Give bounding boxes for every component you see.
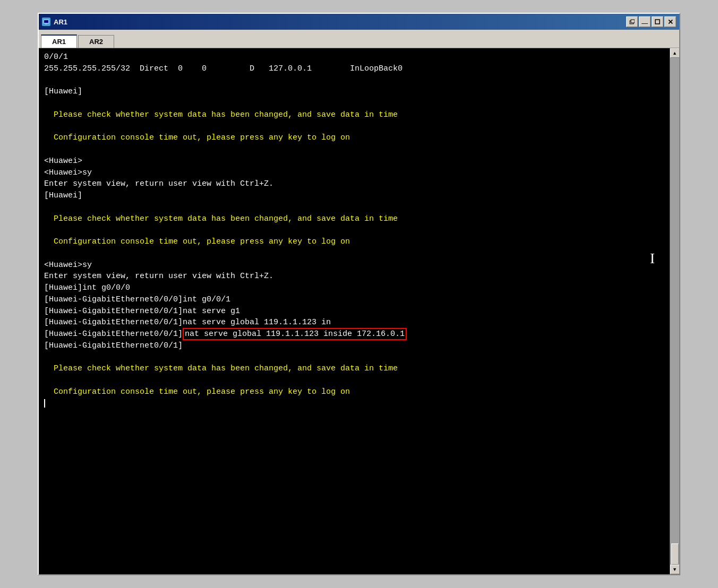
scroll-track[interactable] (670, 58, 679, 565)
terminal-line: [Huawei-GigabitEthernet0/0/1] (44, 340, 664, 352)
scroll-up-button[interactable]: ▲ (670, 48, 680, 58)
terminal-line: Enter system view, return user view with… (44, 271, 664, 282)
terminal-line (44, 375, 664, 386)
svg-rect-5 (631, 20, 635, 23)
text-cursor-indicator: I (650, 250, 655, 267)
terminal-line: Configuration console time out, please p… (44, 132, 664, 144)
terminal-line: [Huawei-GigabitEthernet0/0/1]nat serve g… (44, 306, 664, 317)
terminal-line: [Huawei] (44, 190, 664, 202)
highlight-box: nat serve global 119.1.1.123 inside 172.… (183, 328, 407, 340)
title-bar: AR1 — ✕ (39, 14, 679, 30)
vertical-scrollbar: ▲ ▼ (670, 48, 679, 574)
terminal-line: Configuration console time out, please p… (44, 386, 664, 398)
terminal-line: Please check whether system data has bee… (44, 109, 664, 121)
terminal-line (44, 75, 664, 87)
terminal-line (44, 202, 664, 213)
terminal[interactable]: 0/0/1 255.255.255.255/32 Direct 0 0 D 12… (39, 48, 670, 574)
window-title: AR1 (54, 18, 67, 26)
terminal-line: [Huawei] (44, 86, 664, 98)
terminal-line (44, 248, 664, 260)
restore-button[interactable] (626, 16, 638, 27)
scroll-down-button[interactable]: ▼ (670, 565, 680, 574)
terminal-line: [Huawei-GigabitEthernet0/0/1]nat serve g… (44, 317, 664, 328)
terminal-line: <Huawei> (44, 155, 664, 167)
terminal-line: Enter system view, return user view with… (44, 178, 664, 190)
terminal-line: Configuration console time out, please p… (44, 236, 664, 248)
terminal-line (44, 352, 664, 364)
main-window: AR1 — ✕ AR1 AR2 0 (38, 13, 680, 575)
terminal-line: 255.255.255.255/32 Direct 0 0 D 127.0.0.… (44, 63, 664, 75)
terminal-line (44, 144, 664, 155)
tab-bar: AR1 AR2 (39, 30, 679, 48)
tab-ar2[interactable]: AR2 (78, 35, 114, 48)
terminal-line: [Huawei]int g0/0/0 (44, 282, 664, 294)
svg-rect-1 (44, 20, 48, 23)
svg-rect-6 (655, 20, 660, 24)
terminal-line-highlighted: [Huawei-GigabitEthernet0/0/1]nat serve g… (44, 328, 664, 340)
close-button[interactable]: ✕ (664, 16, 676, 27)
maximize-button[interactable] (652, 16, 663, 27)
terminal-line: <Huawei>sy (44, 167, 664, 179)
terminal-line (44, 98, 664, 109)
terminal-line: [Huawei-GigabitEthernet0/0/0]int g0/0/1 (44, 294, 664, 306)
terminal-cursor-line (44, 398, 664, 410)
terminal-line (44, 121, 664, 133)
minimize-button[interactable]: — (639, 16, 651, 27)
app-icon (42, 18, 50, 26)
title-bar-left: AR1 (42, 18, 67, 26)
scroll-thumb[interactable] (671, 543, 679, 565)
terminal-line: 0/0/1 (44, 51, 664, 63)
content-area: 0/0/1 255.255.255.255/32 Direct 0 0 D 12… (39, 48, 679, 574)
terminal-line: Please check whether system data has bee… (44, 213, 664, 225)
terminal-line: <Huawei>sy (44, 260, 664, 271)
tab-ar1[interactable]: AR1 (41, 34, 77, 48)
terminal-line (44, 224, 664, 236)
window-controls: — ✕ (626, 16, 676, 27)
terminal-line: Please check whether system data has bee… (44, 363, 664, 375)
